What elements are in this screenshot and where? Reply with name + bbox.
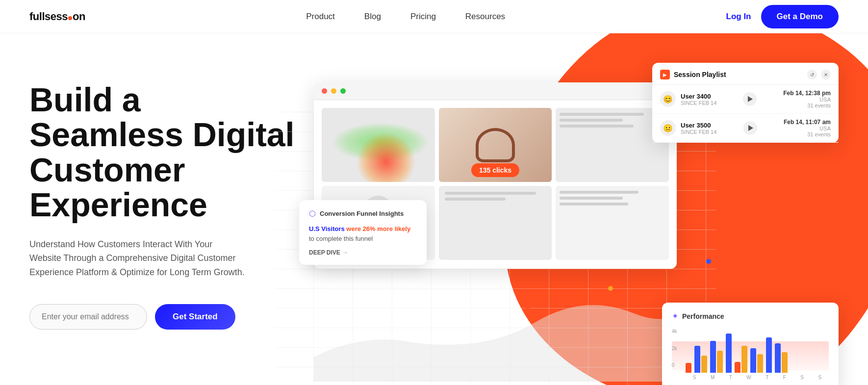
play-triangle-1 <box>748 96 753 102</box>
hero-section: Build a Seamless Digital Customer Experi… <box>0 33 868 385</box>
bars-container <box>686 334 829 373</box>
session-events-1: 31 events <box>783 103 831 108</box>
funnel-icon: ⬡ <box>309 209 316 218</box>
session-header: ▶ Session Playlist ↺ ✕ <box>652 63 839 85</box>
bar-group-t2 <box>735 346 747 373</box>
session-play-icon: ▶ <box>660 70 670 79</box>
bar-s2-blue <box>766 337 772 373</box>
hero-cta: Get Started <box>29 304 314 330</box>
browser-bar <box>314 82 677 100</box>
heatmap-cell <box>322 108 435 182</box>
y-label-2k: 2k <box>672 346 677 351</box>
navbar: fullsesson Product Blog Pricing Resource… <box>0 0 868 33</box>
x-label-f: F <box>783 375 786 380</box>
session-user-row-1: 😊 User 3400 SINCE FEB 14 Feb 14, 12:38 p… <box>652 85 839 114</box>
logo: fullsesson <box>29 10 85 23</box>
session-meta-1: Feb 14, 12:38 pm USA 31 events <box>783 90 831 108</box>
nav-link-pricing[interactable]: Pricing <box>410 12 436 22</box>
us-visitors-link[interactable]: U.S Visitors <box>309 225 345 232</box>
bar-s3-yellow <box>782 352 788 373</box>
bar-f-blue <box>750 348 756 373</box>
x-label-s1: S <box>693 375 696 380</box>
conv-header: ⬡ Conversion Funnel Insights <box>309 209 417 218</box>
x-label-w: W <box>746 375 751 380</box>
hero-left: Build a Seamless Digital Customer Experi… <box>29 63 314 330</box>
hero-subtitle: Understand How Customers Interact With Y… <box>29 237 245 280</box>
get-started-button[interactable]: Get Started <box>155 304 235 330</box>
arrow-icon: → <box>342 249 348 256</box>
bar-m-yellow <box>701 356 707 373</box>
bar-group-w <box>726 334 732 373</box>
y-label-0: 0 <box>672 362 677 368</box>
x-label-s3: S <box>818 375 821 380</box>
conv-body: U.S Visitors were 26% more likely to com… <box>309 224 417 243</box>
session-title: Session Playlist <box>674 71 726 78</box>
browser-dot-green <box>340 88 346 94</box>
session-title-row: ▶ Session Playlist <box>660 70 726 79</box>
session-country-2: USA <box>784 126 831 131</box>
user-name-2: User 3500 <box>681 122 716 129</box>
user-info-1: User 3400 SINCE FEB 14 <box>681 93 716 106</box>
bar-t1-blue <box>710 341 716 373</box>
bar-group-f <box>750 348 763 373</box>
bar-s1-red <box>686 363 691 373</box>
demo-button[interactable]: Get a Demo <box>761 5 839 28</box>
play-triangle-2 <box>748 125 753 131</box>
hero-right: 135 clicks <box>314 63 839 382</box>
play-button-2[interactable] <box>743 121 757 135</box>
deep-dive-link[interactable]: DEEP DIVE <box>309 249 340 256</box>
scatter-dot-blue <box>706 259 711 264</box>
session-user-1: 😊 User 3400 SINCE FEB 14 <box>660 91 716 107</box>
browser-cell-5 <box>439 186 552 260</box>
bar-t2-yellow <box>741 346 747 373</box>
x-label-t1: T <box>729 375 732 380</box>
user-avatar-2: 😐 <box>660 120 676 136</box>
conv-suffix: to complete this funnel <box>309 235 373 242</box>
nav-link-blog[interactable]: Blog <box>364 12 381 22</box>
session-user-row-2: 😐 User 3500 SINCE FEB 14 Feb 14, 11:07 a… <box>652 114 839 143</box>
session-refresh-button[interactable]: ↺ <box>807 70 817 79</box>
bar-s3-blue <box>775 343 781 373</box>
bar-t2-red <box>735 362 740 373</box>
perf-title: Performance <box>682 312 724 320</box>
scatter-dot-red <box>525 303 531 309</box>
session-close-button[interactable]: ✕ <box>821 70 831 79</box>
user-since-1: SINCE FEB 14 <box>681 100 716 106</box>
session-user-2: 😐 User 3500 SINCE FEB 14 <box>660 120 716 136</box>
perf-chart: 4k 2k 0 <box>672 329 829 383</box>
perf-header: ✦ Performance <box>672 311 829 321</box>
bar-group-s3 <box>775 343 788 373</box>
login-button[interactable]: Log In <box>726 12 751 22</box>
scatter-dot-orange <box>608 286 613 291</box>
bar-m-blue <box>694 346 700 373</box>
session-meta-2: Feb 14, 11:07 am USA 31 events <box>784 119 831 137</box>
hero-title: Build a Seamless Digital Customer Experi… <box>29 82 314 223</box>
x-label-m: M <box>711 375 715 380</box>
email-input[interactable] <box>29 304 147 330</box>
x-labels: S M T W T F S S <box>672 375 829 380</box>
product-image-cell: 135 clicks <box>439 108 552 182</box>
session-playlist-card: ▶ Session Playlist ↺ ✕ 😊 User 3400 SINCE… <box>652 63 839 143</box>
bar-t1-yellow <box>717 351 723 373</box>
conv-highlight: were 26% more likely <box>346 225 410 232</box>
x-label-s2: S <box>800 375 804 380</box>
user-info-2: User 3500 SINCE FEB 14 <box>681 122 716 135</box>
conv-dive: DEEP DIVE → <box>309 249 417 256</box>
browser-cell-6 <box>556 186 669 260</box>
browser-dot-red <box>322 88 327 94</box>
session-date-1: Feb 14, 12:38 pm <box>783 90 831 97</box>
bar-group-t1 <box>710 341 723 373</box>
headphones-icon <box>476 128 515 162</box>
play-button-1[interactable] <box>743 92 757 106</box>
user-avatar-1: 😊 <box>660 91 676 107</box>
session-date-2: Feb 14, 11:07 am <box>784 119 831 126</box>
performance-card: ✦ Performance 4k 2k 0 <box>662 303 839 385</box>
bar-group-s2 <box>766 337 772 373</box>
bar-group-m <box>694 346 707 373</box>
nav-link-product[interactable]: Product <box>306 12 335 22</box>
y-label-4k: 4k <box>672 329 677 334</box>
session-country-1: USA <box>783 97 831 103</box>
nav-link-resources[interactable]: Resources <box>465 12 505 22</box>
user-since-2: SINCE FEB 14 <box>681 129 716 135</box>
bar-w-blue <box>726 334 732 373</box>
